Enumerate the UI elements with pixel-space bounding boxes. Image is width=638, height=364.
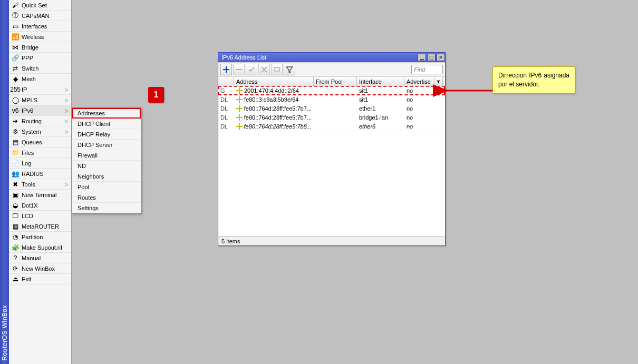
menu-icon: 👥	[11, 170, 20, 178]
maximize-button[interactable]: ▢	[427, 54, 436, 61]
minus-icon	[235, 66, 243, 73]
menu-icon: ▤	[11, 138, 20, 146]
disable-button[interactable]	[258, 64, 270, 75]
menu-label: PPP	[22, 55, 69, 61]
sidebar-item-capsman[interactable]: ⓉCAPsMAN	[9, 11, 71, 21]
menu-label: Wireless	[22, 34, 69, 40]
sidebar-item-bridge[interactable]: ⋈Bridge	[9, 42, 71, 53]
sidebar-item-system[interactable]: ⚙System▷	[9, 126, 71, 137]
chevron-right-icon: ▷	[64, 182, 69, 187]
remove-button[interactable]	[233, 64, 245, 75]
menu-label: Exit	[22, 276, 69, 282]
row-interface: ether1	[357, 105, 404, 112]
table-row[interactable]: DLfe80::764d:28ff:fee5:7b8...ether6no	[218, 122, 445, 131]
enable-button[interactable]	[246, 64, 257, 75]
close-button[interactable]: ✕	[437, 54, 445, 61]
sidebar-item-routing[interactable]: ➜Routing▷	[9, 116, 71, 126]
app-title: RouterOS WinBox	[1, 305, 8, 361]
chevron-right-icon: ▷	[64, 87, 69, 92]
minimize-button[interactable]: ▁	[418, 54, 426, 61]
row-flags: DL	[218, 123, 234, 130]
row-address: 2001:470:4:4dd::2/64	[234, 87, 314, 94]
sidebar-item-make-supout-rif[interactable]: 🧩Make Supout.rif	[9, 242, 71, 253]
submenu-item-pool[interactable]: Pool	[72, 182, 141, 192]
submenu-item-dhcp-client[interactable]: DHCP Client	[72, 119, 141, 129]
menu-icon: ✖	[11, 180, 20, 189]
column-advertise[interactable]: Advertise	[404, 77, 434, 86]
column-address[interactable]: Address	[234, 77, 314, 86]
sidebar-item-wireless[interactable]: 📶Wireless	[9, 32, 71, 42]
table-row[interactable]: G2001:470:4:4dd::2/64sit1no	[218, 86, 445, 95]
filter-button[interactable]	[284, 64, 295, 75]
menu-label: MPLS	[22, 97, 64, 103]
submenu-item-dhcp-server[interactable]: DHCP Server	[72, 140, 141, 150]
row-interface: bridge1-lan	[357, 114, 404, 121]
menu-label: Quick Set	[22, 2, 69, 8]
menu-label: New WinBox	[22, 265, 69, 272]
sidebar-item-new-winbox[interactable]: ⟳New WinBox	[9, 263, 71, 274]
row-flags: DL	[218, 114, 234, 121]
column-interface[interactable]: Interface	[357, 77, 404, 86]
table-row[interactable]: DLfe80::764d:28ff:fee5:7b7...ether1no	[218, 104, 445, 113]
sidebar-item-switch[interactable]: ⇄Switch	[9, 63, 71, 74]
address-plus-icon	[236, 123, 243, 130]
submenu-item-firewall[interactable]: Firewall	[72, 150, 141, 161]
column-flags[interactable]	[218, 77, 234, 86]
add-button[interactable]	[220, 64, 232, 75]
comment-button[interactable]	[271, 64, 283, 75]
sidebar-item-queues[interactable]: ▤Queues	[9, 137, 71, 147]
row-interface: sit1	[357, 96, 404, 103]
menu-label: System	[22, 129, 64, 135]
sidebar-item-dot1x[interactable]: ◒Dot1X	[9, 200, 71, 211]
sidebar-item-metarouter[interactable]: ▦MetaROUTER	[9, 221, 71, 232]
sidebar-item-ip[interactable]: 255IP▷	[9, 84, 71, 95]
menu-icon: ▭	[11, 22, 20, 31]
sidebar-item-lcd[interactable]: 🖵LCD	[9, 211, 71, 221]
sidebar-item-ppp[interactable]: 🔗PPP	[9, 53, 71, 63]
column-headers: Address From Pool Interface Advertise ▼	[218, 77, 445, 86]
submenu-item-dhcp-relay[interactable]: DHCP Relay	[72, 129, 141, 140]
column-menu-button[interactable]: ▼	[434, 77, 443, 86]
menu-icon: ▣	[11, 191, 20, 199]
window-titlebar[interactable]: IPv6 Address List ▁ ▢ ✕	[218, 53, 445, 62]
window-status: 5 items	[218, 236, 445, 245]
menu-label: Routing	[22, 118, 64, 124]
sidebar-item-mpls[interactable]: ◯MPLS▷	[9, 95, 71, 105]
row-advertise: no	[404, 123, 434, 130]
submenu-item-addresses[interactable]: Addresses	[72, 108, 141, 119]
menu-label: Tools	[22, 181, 64, 188]
menu-icon: ▦	[11, 222, 20, 231]
menu-label: Mesh	[22, 76, 69, 82]
menu-label: Partition	[22, 234, 69, 240]
find-input[interactable]: Find	[411, 65, 443, 74]
note-icon	[273, 66, 281, 73]
sidebar-item-radius[interactable]: 👥RADIUS	[9, 169, 71, 179]
table-row[interactable]: DLfe80::3:c9a3:5b9e/64sit1no	[218, 95, 445, 104]
row-flags: G	[218, 87, 234, 94]
address-plus-icon	[236, 105, 243, 112]
sidebar-item-log[interactable]: 📄Log	[9, 158, 71, 169]
submenu-item-nd[interactable]: ND	[72, 161, 141, 171]
sidebar-item-ipv6[interactable]: v6IPv6▷	[9, 105, 71, 116]
sidebar-item-manual[interactable]: ?Manual	[9, 253, 71, 263]
row-interface: sit1	[357, 87, 404, 94]
submenu-item-settings[interactable]: Settings	[72, 203, 141, 213]
submenu-item-routes[interactable]: Routes	[72, 192, 141, 203]
table-row[interactable]: DLfe80::764d:28ff:fee5:7b7...bridge1-lan…	[218, 113, 445, 122]
menu-label: Make Supout.rif	[22, 244, 69, 251]
ipv6-submenu: AddressesDHCP ClientDHCP RelayDHCP Serve…	[72, 107, 141, 214]
sidebar-item-files[interactable]: 📁Files	[9, 147, 71, 158]
submenu-item-neighbors[interactable]: Neighbors	[72, 171, 141, 182]
sidebar-item-mesh[interactable]: ◆Mesh	[9, 74, 71, 84]
annotation-note: Dirreccion IPv6 asignada por el servidor…	[492, 66, 575, 94]
sidebar-item-quick-set[interactable]: 🖌Quick Set	[9, 0, 71, 11]
sidebar-item-partition[interactable]: ◔Partition	[9, 232, 71, 242]
sidebar-item-interfaces[interactable]: ▭Interfaces	[9, 21, 71, 32]
row-address: fe80::764d:28ff:fee5:7b7...	[234, 114, 314, 121]
sidebar-item-new-terminal[interactable]: ▣New Terminal	[9, 190, 71, 200]
menu-icon: 📄	[11, 159, 20, 168]
column-from-pool[interactable]: From Pool	[314, 77, 357, 86]
row-advertise: no	[404, 96, 434, 103]
sidebar-item-tools[interactable]: ✖Tools▷	[9, 179, 71, 190]
sidebar-item-exit[interactable]: ⏏Exit	[9, 274, 71, 284]
